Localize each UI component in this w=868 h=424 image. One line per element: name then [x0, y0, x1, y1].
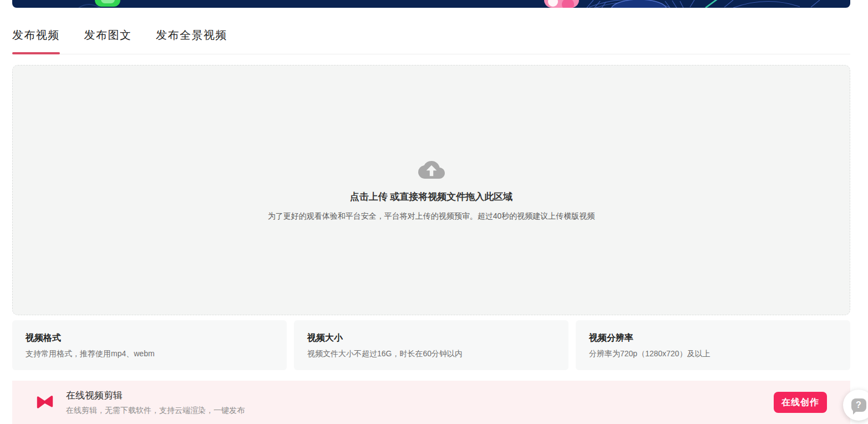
info-card-desc: 视频文件大小不超过16G，时长在60分钟以内 [307, 349, 555, 359]
info-card-video-size: 视频大小 视频文件大小不超过16G，时长在60分钟以内 [294, 320, 568, 370]
cloud-upload-icon [418, 159, 445, 181]
info-card-title: 视频分辨率 [589, 332, 837, 344]
blue-sphere [611, 0, 667, 8]
online-editor-desc: 在线剪辑，无需下载软件，支持云端渲染，一键发布 [66, 406, 245, 416]
upload-requirements: 视频格式 支持常用格式，推荐使用mp4、webm 视频大小 视频文件大小不超过1… [12, 320, 850, 370]
banner-decoration-art [12, 0, 850, 8]
upload-title: 点击上传 或直接将视频文件拖入此区域 [350, 190, 513, 203]
info-card-video-format: 视频格式 支持常用格式，推荐使用mp4、webm [12, 320, 287, 370]
online-editor-title: 在线视频剪辑 [66, 389, 245, 402]
online-editor-banner: 在线视频剪辑 在线剪辑，无需下载软件，支持云端渲染，一键发布 在线创作 [12, 381, 850, 424]
publish-tabbar: 发布视频 发布图文 发布全景视频 [12, 23, 850, 54]
info-card-desc: 分辨率为720p（1280x720）及以上 [589, 349, 837, 359]
tab-publish-panorama-video[interactable]: 发布全景视频 [156, 23, 227, 54]
info-card-title: 视频大小 [307, 332, 555, 344]
capcut-scissors-icon [36, 394, 54, 411]
tab-publish-image-text[interactable]: 发布图文 [84, 23, 131, 54]
online-editor-text: 在线视频剪辑 在线剪辑，无需下载软件，支持云端渲染，一键发布 [66, 389, 245, 416]
question-bubble-icon: ? [851, 398, 866, 412]
upload-subtitle: 为了更好的观看体验和平台安全，平台将对上传的视频预审。超过40秒的视频建议上传横… [268, 211, 595, 221]
online-create-button[interactable]: 在线创作 [774, 392, 827, 413]
top-promo-banner[interactable] [12, 0, 850, 8]
info-card-title: 视频格式 [26, 332, 273, 344]
info-card-desc: 支持常用格式，推荐使用mp4、webm [26, 349, 273, 359]
teal-line [705, 0, 718, 8]
info-card-video-resolution: 视频分辨率 分辨率为720p（1280x720）及以上 [576, 320, 850, 370]
pink-app-icon [544, 0, 579, 8]
upload-dropzone[interactable]: 点击上传 或直接将视频文件拖入此区域 为了更好的观看体验和平台安全，平台将对上传… [12, 65, 850, 315]
tab-publish-video[interactable]: 发布视频 [12, 23, 60, 54]
